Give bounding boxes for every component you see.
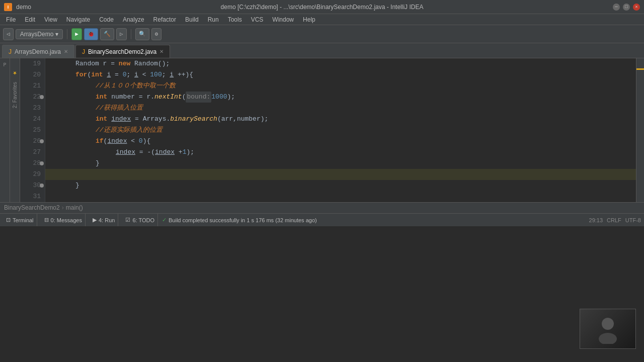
- code-line-23: //获得插入位置: [45, 103, 636, 114]
- bottom-tab-messages[interactable]: ⊟ 0: Messages: [41, 214, 86, 226]
- run-icon: ▶: [75, 31, 78, 37]
- menu-vcs[interactable]: VCS: [247, 15, 268, 24]
- run-tab-label: 4: Run: [99, 217, 115, 223]
- terminal-label: Terminal: [13, 217, 34, 223]
- token: <: [127, 136, 138, 147]
- token: =: [131, 114, 142, 125]
- menu-run[interactable]: Run: [204, 15, 223, 24]
- token: index: [111, 114, 131, 125]
- token: ;: [162, 69, 170, 80]
- menu-window[interactable]: Window: [268, 15, 298, 24]
- run-button[interactable]: ▶: [71, 28, 82, 40]
- close-binary-search-icon[interactable]: ✕: [159, 49, 164, 54]
- line-number-26: 26: [20, 136, 45, 147]
- search-everywhere-button[interactable]: 🔍: [135, 28, 149, 40]
- status-bar: ⊡ Terminal ⊟ 0: Messages ▶ 4: Run ☑ 6: T…: [0, 213, 644, 226]
- run-tab-icon: ▶: [93, 217, 97, 223]
- token: ;: [126, 69, 134, 80]
- minimize-button[interactable]: ─: [613, 4, 620, 11]
- app-name: demo: [16, 4, 31, 11]
- line-number-24: 24: [20, 114, 45, 125]
- code-line-29: [45, 169, 636, 180]
- bottom-tab-terminal[interactable]: ⊡ Terminal: [3, 214, 37, 226]
- menu-help[interactable]: Help: [299, 15, 319, 24]
- build-button[interactable]: 🔨: [100, 28, 114, 40]
- tab-arrays-demo[interactable]: J ArraysDemo.java ✕: [2, 45, 74, 58]
- token: int: [96, 92, 107, 103]
- token: Arrays: [143, 114, 167, 125]
- token: }: [96, 158, 100, 169]
- token: );: [227, 92, 235, 103]
- close-arrays-demo-icon[interactable]: ✕: [64, 49, 68, 54]
- token: r =: [99, 58, 119, 69]
- menu-analyze[interactable]: Analyze: [119, 15, 148, 24]
- window-controls[interactable]: ─ □ ✕: [613, 4, 640, 11]
- menu-edit[interactable]: Edit: [21, 15, 39, 24]
- token: (: [104, 136, 108, 147]
- code-line-27: index = -( index + 1 );: [45, 147, 636, 158]
- build-icon: 🔨: [104, 31, 111, 37]
- token: [130, 58, 134, 69]
- status-info: 29:13 CRLF UTF-8: [589, 217, 641, 223]
- token: number: [111, 92, 135, 103]
- token: int: [96, 114, 107, 125]
- coverage-icon: ▷: [120, 31, 123, 37]
- token: index: [116, 147, 135, 158]
- video-thumbnail: [580, 309, 636, 349]
- close-button[interactable]: ✕: [633, 4, 640, 11]
- menu-refactor[interactable]: Refactor: [149, 15, 180, 24]
- debug-button[interactable]: 🐞: [84, 28, 98, 40]
- todo-icon: ☑: [125, 217, 130, 223]
- line-number-29: 29: [20, 169, 45, 180]
- token: .: [166, 114, 170, 125]
- tab-binary-search-label: BinarySearchDemo2.java: [88, 48, 156, 55]
- back-icon: ◁: [7, 31, 10, 37]
- video-face: [580, 309, 635, 348]
- menu-bar: File Edit View Navigate Code Analyze Ref…: [0, 14, 644, 25]
- line-number-30: 30: [20, 180, 45, 191]
- messages-label: 0: Messages: [51, 217, 82, 223]
- breadcrumb-method[interactable]: main(): [66, 204, 83, 211]
- token: bound:: [186, 92, 211, 103]
- check-icon: ✓: [162, 217, 167, 223]
- breadcrumb-file[interactable]: BinarySearchDemo2: [4, 204, 60, 211]
- menu-navigate[interactable]: Navigate: [62, 15, 94, 24]
- token: Random: [75, 58, 99, 69]
- terminal-icon: ⊡: [6, 217, 11, 223]
- line-number-19: 19: [20, 58, 45, 69]
- menu-tools[interactable]: Tools: [224, 15, 246, 24]
- encoding: UTF-8: [625, 217, 641, 223]
- menu-code[interactable]: Code: [95, 15, 118, 24]
- token: }: [75, 180, 79, 191]
- favorites-text[interactable]: 2: Favorites: [12, 80, 18, 110]
- favorites-label[interactable]: ★: [12, 68, 18, 78]
- line-numbers: 19 20 21 22 23 24 25 26 27 28 29 30 31: [20, 58, 45, 202]
- token: binarySearch: [170, 114, 217, 125]
- token: ++){: [174, 69, 193, 80]
- token: <: [138, 69, 150, 80]
- token: 1: [183, 147, 187, 158]
- tab-arrays-demo-label: ArraysDemo.java: [15, 48, 61, 55]
- token: 0: [139, 136, 143, 147]
- gear-icon: ⚙: [155, 31, 158, 37]
- code-editor[interactable]: Random r = new Random (); for ( int i = …: [45, 58, 636, 202]
- bottom-tab-todo[interactable]: ☑ 6: TODO: [122, 214, 158, 226]
- tab-binary-search-demo[interactable]: J BinarySearchDemo2.java ✕: [75, 45, 170, 58]
- token: 100: [150, 69, 162, 80]
- toolbar-separator-1: [67, 29, 67, 39]
- scroll-marker: [636, 68, 644, 70]
- menu-build[interactable]: Build: [181, 15, 203, 24]
- project-selector[interactable]: ArraysDemo ▾: [16, 29, 63, 39]
- code-line-21: //从１００个数中取一个数: [45, 80, 636, 92]
- maximize-button[interactable]: □: [623, 4, 630, 11]
- menu-view[interactable]: View: [40, 15, 61, 24]
- bottom-tab-run[interactable]: ▶ 4: Run: [90, 214, 118, 226]
- project-icon[interactable]: P: [1, 60, 10, 69]
- scrollbar[interactable]: [636, 58, 644, 202]
- token: (: [87, 69, 91, 80]
- settings-button[interactable]: ⚙: [151, 28, 162, 40]
- back-button[interactable]: ◁: [3, 28, 14, 40]
- menu-file[interactable]: File: [2, 15, 20, 24]
- token: ){: [143, 136, 151, 147]
- coverage-button[interactable]: ▷: [116, 28, 127, 40]
